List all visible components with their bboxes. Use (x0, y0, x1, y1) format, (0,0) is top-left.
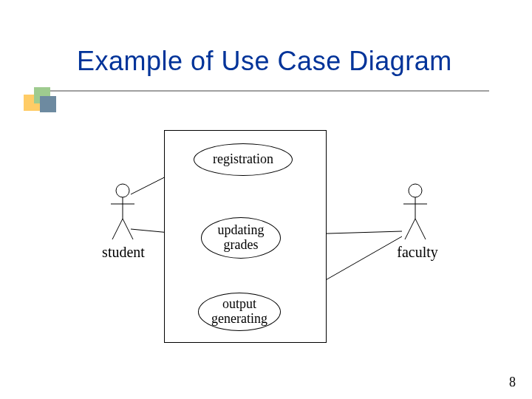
usecase-label: updating grades (218, 223, 265, 253)
actor-student-label: student (98, 244, 149, 261)
actor-faculty-label: faculty (392, 244, 443, 261)
svg-line-7 (112, 219, 123, 239)
actor-student-icon (109, 183, 136, 242)
title-underline (46, 90, 489, 92)
slide: Example of Use Case Diagram registration… (0, 0, 532, 399)
usecase-label: registration (213, 152, 273, 167)
actor-faculty-icon (402, 183, 429, 242)
svg-line-13 (415, 219, 426, 239)
svg-point-9 (409, 184, 422, 197)
slide-title: Example of Use Case Diagram (77, 46, 452, 77)
svg-line-12 (405, 219, 415, 239)
usecase-output-generating: output generating (198, 293, 281, 331)
usecase-label: output generating (211, 297, 267, 327)
usecase-registration: registration (194, 143, 293, 176)
usecase-updating-grades: updating grades (201, 217, 281, 259)
svg-line-8 (123, 219, 133, 239)
svg-point-4 (116, 184, 129, 197)
title-bullet-decor (40, 96, 56, 112)
page-number: 8 (509, 375, 516, 390)
